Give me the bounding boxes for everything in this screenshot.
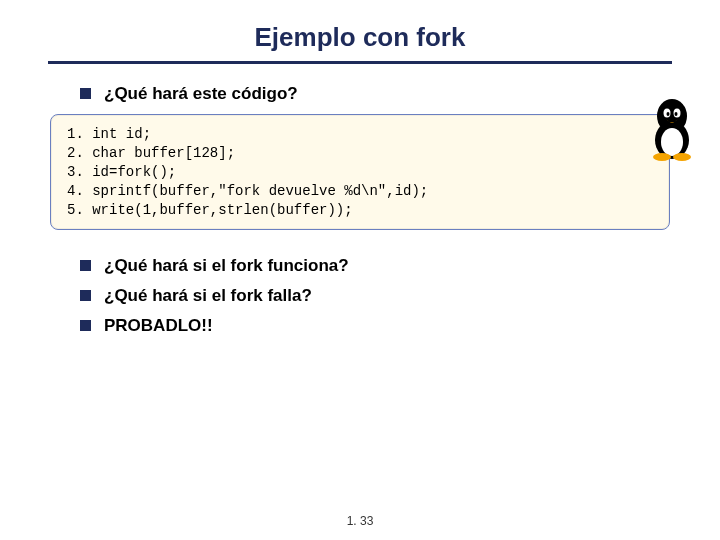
tux-icon (644, 96, 700, 162)
svg-point-7 (653, 153, 671, 161)
bullets-top: ¿Qué hará este código? (80, 84, 720, 104)
svg-point-8 (673, 153, 691, 161)
code-line-text: char buffer[128]; (92, 145, 235, 161)
bullet-text: ¿Qué hará si el fork falla? (104, 286, 312, 305)
code-line: 3. id=fork(); (67, 163, 653, 182)
code-line: 4. sprintf(buffer,"fork devuelve %d\n",i… (67, 182, 653, 201)
code-box: 1. int id; 2. char buffer[128]; 3. id=fo… (50, 114, 670, 230)
code-line-text: write(1,buffer,strlen(buffer)); (92, 202, 352, 218)
code-line-number: 2. (67, 144, 84, 163)
bullet-text: ¿Qué hará si el fork funciona? (104, 256, 349, 275)
code-line-number: 1. (67, 125, 84, 144)
code-line: 5. write(1,buffer,strlen(buffer)); (67, 201, 653, 220)
bullets-bottom: ¿Qué hará si el fork funciona? ¿Qué hará… (80, 256, 720, 336)
bullet-item: PROBADLO!! (80, 316, 720, 336)
slide: Ejemplo con fork ¿Qué hará este código? … (0, 0, 720, 540)
title-rule (48, 61, 672, 64)
bullet-text: PROBADLO!! (104, 316, 213, 335)
bullet-item: ¿Qué hará si el fork funciona? (80, 256, 720, 276)
code-line-text: sprintf(buffer,"fork devuelve %d\n",id); (92, 183, 428, 199)
code-line-number: 4. (67, 182, 84, 201)
bullet-item: ¿Qué hará si el fork falla? (80, 286, 720, 306)
code-line-text: int id; (92, 126, 151, 142)
slide-title: Ejemplo con fork (0, 0, 720, 61)
bullet-item: ¿Qué hará este código? (80, 84, 720, 104)
code-line-number: 3. (67, 163, 84, 182)
page-number: 1. 33 (0, 514, 720, 528)
bullet-text: ¿Qué hará este código? (104, 84, 298, 103)
svg-point-5 (667, 112, 670, 116)
code-line: 2. char buffer[128]; (67, 144, 653, 163)
code-line: 1. int id; (67, 125, 653, 144)
svg-point-2 (661, 128, 683, 156)
code-line-number: 5. (67, 201, 84, 220)
svg-point-6 (675, 112, 678, 116)
code-line-text: id=fork(); (92, 164, 176, 180)
